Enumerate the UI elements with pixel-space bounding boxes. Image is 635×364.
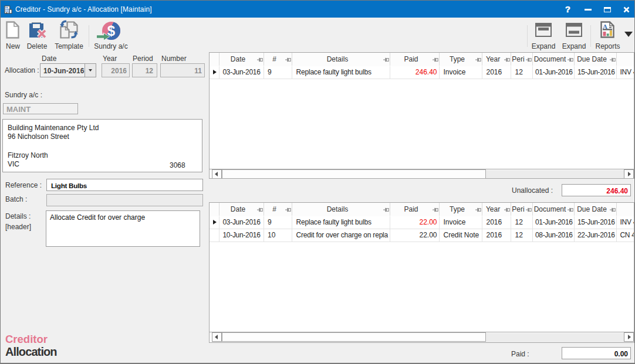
svg-text:A: A: [603, 23, 607, 30]
svg-text:$: $: [107, 23, 116, 39]
